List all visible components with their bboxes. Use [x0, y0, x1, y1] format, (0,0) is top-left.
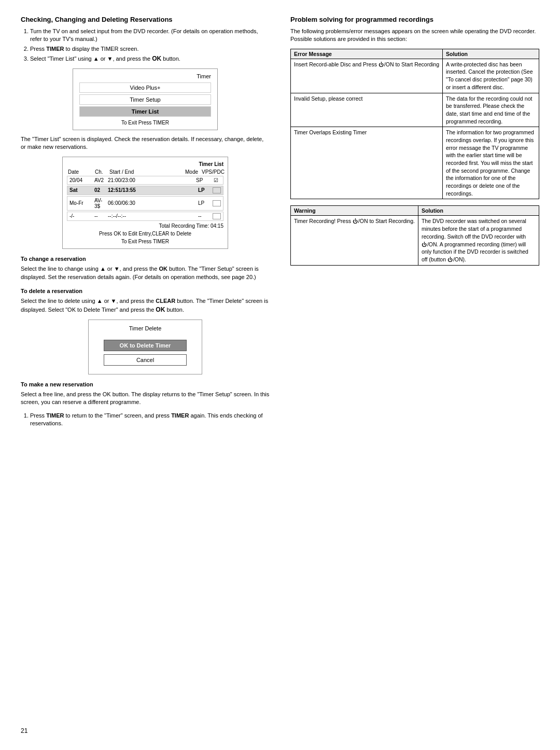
warning-row-1: Timer Recording! Press ⏻/ON to Start Rec…: [291, 216, 539, 265]
timer-screen-mock: Timer Video Plus+ Timer Setup Timer List…: [73, 68, 218, 130]
delete-text: Select the line to delete using ▲ or ▼, …: [21, 297, 270, 314]
right-intro: The following problems/error messages ap…: [290, 27, 539, 44]
main-steps: Turn the TV on and select input from the…: [21, 27, 270, 63]
ok-to-delete-button[interactable]: OK to Delete Timer: [104, 340, 187, 351]
timer-screen-footer: To Exit Press TIMER: [79, 120, 211, 126]
error-row-3: Timer Overlaps Existing Timer The inform…: [291, 127, 539, 199]
problem-solving-section: Problem solving for programmed recording…: [290, 16, 539, 266]
warning-table: Warning Solution Timer Recording! Press …: [290, 205, 539, 265]
timer-screen-title: Timer: [79, 73, 211, 79]
error-col-header: Error Message: [291, 49, 443, 59]
error-msg-2: Invalid Setup, please correct: [291, 93, 443, 127]
cancel-button[interactable]: Cancel: [104, 354, 187, 366]
final-step-1: Press TIMER to return to the "Timer" scr…: [30, 412, 270, 428]
page-number: 21: [21, 727, 27, 734]
page-layout: Checking, Changing and Deleting Reservat…: [21, 16, 539, 438]
error-row-2: Invalid Setup, please correct The data f…: [291, 93, 539, 127]
menu-item-videoplus: Video Plus+: [79, 82, 211, 93]
error-table: Error Message Solution Insert Record-abl…: [290, 49, 539, 200]
warning-msg-1: Timer Recording! Press ⏻/ON to Start Rec…: [291, 216, 418, 265]
warning-sol-1: The DVD recorder was switched on several…: [418, 216, 539, 265]
timer-footer-2: To Exit Press TIMER: [67, 239, 223, 244]
solution-col-header: Solution: [443, 49, 539, 59]
timer-delete-screen-mock: Timer Delete OK to Delete Timer Cancel: [88, 320, 202, 374]
new-text: Select a free line, and press the OK but…: [21, 391, 270, 407]
table-row: 20/04 AV2 21:00/23:00 SP ☑: [67, 176, 223, 185]
timer-list-header: Date Ch. Start / End Mode VPS/PDC: [67, 169, 223, 175]
right-heading: Problem solving for programmed recording…: [290, 16, 539, 23]
error-sol-2: The data for the recording could not be …: [443, 93, 539, 127]
error-msg-1: Insert Record-able Disc and Press ⏻/ON t…: [291, 59, 443, 93]
step-3: Select "Timer List" using ▲ or ▼, and pr…: [30, 54, 270, 63]
step4-text: The "Timer List" screen is displayed. Ch…: [21, 135, 270, 151]
timer-list-screen-mock: Timer List Date Ch. Start / End Mode VPS…: [62, 157, 228, 249]
warning-solution-col-header: Solution: [418, 206, 539, 216]
error-msg-3: Timer Overlaps Existing Timer: [291, 127, 443, 199]
new-heading: To make a new reservation: [21, 381, 270, 388]
menu-item-timerlist: Timer List: [79, 106, 211, 117]
warning-col-header: Warning: [291, 206, 418, 216]
left-column: Checking, Changing and Deleting Reservat…: [21, 16, 270, 438]
table-row: -/- -- --:--/--:-- --: [67, 212, 223, 221]
checking-section: Checking, Changing and Deleting Reservat…: [21, 16, 270, 427]
step-1: Turn the TV on and select input from the…: [30, 27, 270, 44]
change-heading: To change a reservation: [21, 255, 270, 263]
right-column: Problem solving for programmed recording…: [290, 16, 539, 438]
timer-list-title: Timer List: [67, 161, 223, 167]
step-2: Press TIMER to display the TIMER screen.: [30, 45, 270, 53]
table-row: Mo-Fr AV-3$ 06:00/06:30 LP: [67, 196, 223, 211]
error-sol-3: The information for two programmed recor…: [443, 127, 539, 199]
error-row-1: Insert Record-able Disc and Press ⏻/ON t…: [291, 59, 539, 93]
menu-item-timersetup: Timer Setup: [79, 94, 211, 105]
timer-total: Total Recording Time: 04:15: [67, 223, 223, 229]
change-text: Select the line to change using ▲ or ▼, …: [21, 265, 270, 281]
left-heading: Checking, Changing and Deleting Reservat…: [21, 16, 270, 23]
error-sol-1: A write-protected disc has been inserted…: [443, 59, 539, 93]
final-steps: Press TIMER to return to the "Timer" scr…: [21, 412, 270, 428]
timer-delete-title: Timer Delete: [97, 325, 193, 331]
table-row: Sat 02 12:51/13:55 LP: [67, 186, 223, 195]
timer-footer-1: Press OK to Edit Entry,CLEAR to Delete: [67, 231, 223, 237]
delete-heading: To delete a reservation: [21, 287, 270, 295]
